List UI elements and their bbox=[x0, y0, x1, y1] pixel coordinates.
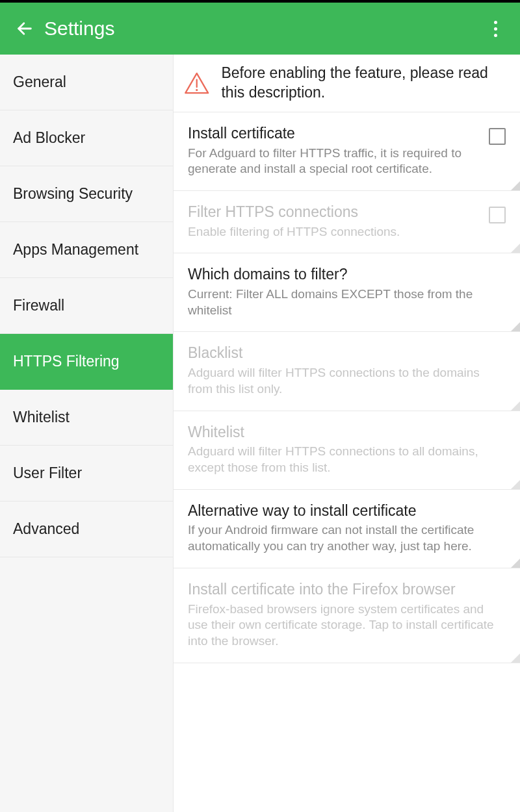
sidebar-item-label: Ad Blocker bbox=[13, 129, 85, 147]
setting-subtitle: Enable filtering of HTTPS connections. bbox=[188, 224, 478, 240]
setting-title: Whitelist bbox=[188, 423, 495, 442]
sidebar-item-ad-blocker[interactable]: Ad Blocker bbox=[0, 110, 173, 166]
setting-title: Filter HTTPS connections bbox=[188, 203, 478, 222]
setting-subtitle: Current: Filter ALL domains EXCEPT those… bbox=[188, 286, 495, 318]
sidebar-item-label: Advanced bbox=[13, 520, 79, 538]
svg-point-2 bbox=[196, 89, 198, 91]
warning-banner[interactable]: Before enabling the feature, please read… bbox=[174, 55, 520, 112]
sidebar-item-advanced[interactable]: Advanced bbox=[0, 501, 173, 557]
setting-title: Install certificate into the Firefox bro… bbox=[188, 580, 495, 599]
sidebar-item-whitelist[interactable]: Whitelist bbox=[0, 390, 173, 446]
setting-title: Alternative way to install certificate bbox=[188, 501, 495, 520]
sidebar-item-label: Browsing Security bbox=[13, 185, 133, 203]
sidebar-item-label: General bbox=[13, 73, 66, 91]
setting-subtitle: If your Android firmware can not install… bbox=[188, 522, 495, 554]
setting-title: Which domains to filter? bbox=[188, 265, 495, 284]
appbar: Settings bbox=[0, 3, 520, 55]
sidebar-item-firewall[interactable]: Firewall bbox=[0, 278, 173, 334]
sidebar-item-https-filtering[interactable]: HTTPS Filtering bbox=[0, 334, 173, 390]
appbar-title: Settings bbox=[44, 18, 480, 40]
setting-alt-install[interactable]: Alternative way to install certificateIf… bbox=[174, 490, 520, 568]
sidebar-item-label: HTTPS Filtering bbox=[13, 353, 120, 370]
setting-title: Install certificate bbox=[188, 124, 478, 143]
checkbox bbox=[489, 207, 506, 223]
setting-subtitle: Adguard will filter HTTPS connections to… bbox=[188, 444, 495, 476]
sidebar-item-label: Apps Management bbox=[13, 241, 138, 259]
warning-text: Before enabling the feature, please read… bbox=[221, 64, 506, 103]
warning-icon bbox=[184, 68, 209, 99]
back-button[interactable] bbox=[9, 13, 40, 44]
sidebar-item-label: Firewall bbox=[13, 297, 64, 314]
arrow-back-icon bbox=[16, 19, 34, 38]
setting-filter-https: Filter HTTPS connectionsEnable filtering… bbox=[174, 191, 520, 253]
setting-subtitle: Adguard will filter HTTPS connections to… bbox=[188, 365, 495, 397]
sidebar-item-label: Whitelist bbox=[13, 409, 70, 426]
sidebar-item-general[interactable]: General bbox=[0, 55, 173, 110]
setting-firefox-install: Install certificate into the Firefox bro… bbox=[174, 568, 520, 663]
sidebar-item-apps-management[interactable]: Apps Management bbox=[0, 222, 173, 278]
sidebar: GeneralAd BlockerBrowsing SecurityApps M… bbox=[0, 55, 174, 812]
sidebar-item-browsing-security[interactable]: Browsing Security bbox=[0, 166, 173, 222]
sidebar-item-user-filter[interactable]: User Filter bbox=[0, 446, 173, 501]
main-panel: Before enabling the feature, please read… bbox=[174, 55, 520, 812]
setting-install-cert[interactable]: Install certificateFor Adguard to filter… bbox=[174, 112, 520, 191]
setting-title: Blacklist bbox=[188, 344, 495, 362]
setting-which-domains[interactable]: Which domains to filter?Current: Filter … bbox=[174, 253, 520, 332]
setting-subtitle: For Adguard to filter HTTPS traffic, it … bbox=[188, 146, 478, 177]
setting-blacklist: BlacklistAdguard will filter HTTPS conne… bbox=[174, 332, 520, 411]
setting-subtitle: Firefox-based browsers ignore system cer… bbox=[188, 602, 495, 650]
more-vert-icon bbox=[494, 21, 497, 37]
checkbox[interactable] bbox=[489, 128, 506, 145]
setting-whitelist: WhitelistAdguard will filter HTTPS conne… bbox=[174, 411, 520, 490]
content: GeneralAd BlockerBrowsing SecurityApps M… bbox=[0, 55, 520, 812]
overflow-menu-button[interactable] bbox=[480, 13, 511, 44]
sidebar-item-label: User Filter bbox=[13, 464, 82, 482]
